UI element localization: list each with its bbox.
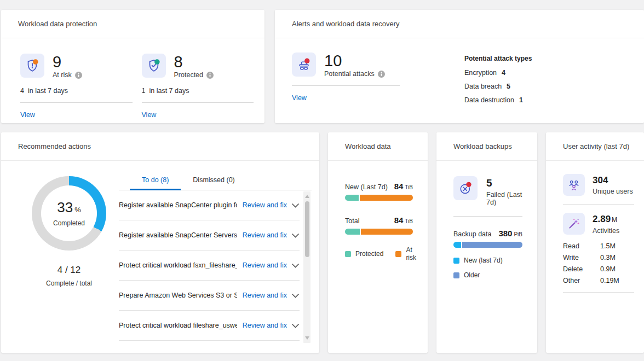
shield-check-icon (142, 54, 166, 78)
card-alerts-recovery: Alerts and workload data recovery (275, 10, 644, 123)
review-and-fix-button[interactable]: Review and fix (243, 292, 300, 299)
card-body: 10 Potential attacks View P (275, 38, 644, 123)
info-icon[interactable] (75, 72, 82, 79)
donut-center: 33% Completed (41, 185, 97, 241)
bar-label: Backup data (453, 230, 492, 238)
attack-type-value: 4 (502, 69, 505, 77)
donut-percent: 33% (57, 200, 81, 217)
divider (453, 216, 522, 217)
legend-label: At risk (406, 246, 416, 261)
review-and-fix-button[interactable]: Review and fix (243, 322, 300, 329)
scrollbar-thumb[interactable] (305, 201, 309, 257)
stat-text: 5 Failed (Last 7d) (486, 176, 522, 206)
dashboard-page: Workload data protection (0, 0, 644, 361)
new-swatch (453, 258, 459, 264)
actions-tabs: To do (8) Dismissed (0) (119, 173, 312, 190)
breakdown-row: Write 0.3M (563, 254, 640, 261)
attack-type-value: 5 (507, 83, 510, 90)
info-icon[interactable] (206, 72, 214, 79)
complete-ratio-caption: Complete / total (46, 280, 92, 287)
action-row: Prepare Amazon Web Services S3 or Storag… (119, 281, 300, 311)
attack-types-panel: Potential attack types Encryption 4 Data… (464, 53, 532, 123)
tab-dismissed[interactable]: Dismissed (0) (181, 173, 246, 190)
top-row: Workload data protection (0, 10, 644, 123)
review-and-fix-button[interactable]: Review and fix (243, 231, 300, 239)
tab-todo[interactable]: To do (8) (130, 173, 181, 190)
protected-sub: 1in last 7 days (142, 87, 254, 95)
completion-summary: 33% Completed 4 / 12 Complete / total (19, 173, 119, 353)
sub-value: 4 (20, 87, 24, 95)
stat-text: 8 Protected (174, 54, 214, 79)
bar-value: 84TiB (394, 182, 413, 191)
card-workload-data: Workload data New (Last 7d) 84TiB Total (328, 132, 428, 353)
stat-head: 10 Potential attacks (292, 53, 464, 78)
activities-value: 2.89 (593, 214, 611, 224)
at-risk-view-link[interactable]: View (20, 111, 35, 119)
bar-value-number: 380 (498, 229, 512, 238)
at-risk-segment (360, 195, 413, 201)
sub-label: in last 7 days (28, 87, 68, 95)
breakdown-row: Other 0.19M (563, 277, 640, 284)
breakdown-row: Read 1.5M (563, 242, 640, 250)
card-body: 9 At risk 4in last 7 days (1, 38, 264, 123)
protection-bar (345, 195, 413, 201)
new-backups-segment (453, 242, 461, 248)
action-text: Protect critical workload fsxn_fileshare… (119, 261, 237, 269)
attack-type-row: Data destruction 1 (464, 96, 532, 104)
at-risk-stat: 9 At risk 4in last 7 days (20, 54, 133, 123)
complete-ratio: 4 / 12 (58, 265, 81, 276)
scroll-up-arrow[interactable] (303, 193, 311, 200)
scroll-down-arrow[interactable] (303, 334, 311, 342)
card-header: Workload backups (436, 132, 537, 161)
legend-item-at-risk: At risk (395, 246, 416, 261)
card-title: Workload data protection (18, 20, 97, 28)
failed-backup-icon (453, 176, 478, 200)
bar-label: New (Last 7d) (345, 183, 388, 191)
action-row: Register available SnapCenter plugin for… (119, 190, 300, 220)
review-and-fix-button[interactable]: Review and fix (243, 261, 300, 269)
breakdown-row: Delete 0.9M (563, 265, 640, 273)
info-icon[interactable] (378, 71, 385, 78)
breakdown-label: Write (563, 254, 600, 261)
divider (563, 292, 634, 293)
alerts-view-link[interactable]: View (292, 94, 307, 102)
potential-attacks-stat: 10 Potential attacks View (292, 53, 464, 123)
review-and-fix-button[interactable]: Review and fix (243, 201, 300, 209)
card-header: Workload data protection (1, 10, 264, 38)
protected-view-link[interactable]: View (142, 111, 157, 119)
card-body: New (Last 7d) 84TiB Total 84TiB (328, 161, 428, 353)
protected-label: Protected (174, 71, 204, 79)
donut-caption: Completed (53, 219, 85, 227)
bar-value-unit: PiB (514, 231, 522, 237)
protected-swatch (345, 251, 351, 257)
attack-type-row: Data breach 5 (464, 83, 532, 90)
sub-value: 1 (142, 87, 146, 95)
breakdown-value: 1.5M (600, 242, 616, 250)
action-row: Protect critical workload fileshare_uswe… (119, 311, 300, 341)
action-text: Register available SnapCenter Servers wi… (119, 231, 237, 239)
activity-breakdown: Read 1.5M Write 0.3M Delete 0.9M Other 0… (563, 242, 640, 284)
protection-legend: Protected At risk (345, 246, 413, 261)
legend-item-protected: Protected (345, 246, 383, 261)
unique-users-label: Unique users (593, 188, 633, 195)
chevron-down-icon (291, 233, 300, 238)
legend-item-new: New (last 7d) (453, 257, 522, 264)
attack-type-label: Data destruction (464, 96, 514, 104)
stat-text: 9 At risk (53, 54, 82, 79)
card-recommended-actions: Recommended actions 33% Completed 4 / 12… (1, 132, 319, 353)
card-header: Recommended actions (1, 132, 319, 161)
at-risk-swatch (395, 251, 401, 257)
card-title: Alerts and workload data recovery (292, 20, 400, 28)
stat-head: 8 Protected (142, 54, 254, 79)
donut-percent-value: 33 (57, 199, 73, 216)
card-body: 33% Completed 4 / 12 Complete / total To… (1, 161, 319, 353)
at-risk-sub: 4in last 7 days (20, 87, 133, 95)
bar-label: Total (345, 217, 359, 225)
activities-unit: M (612, 216, 617, 224)
scrollbar[interactable] (303, 191, 311, 343)
breakdown-label: Delete (563, 265, 600, 273)
card-header: Workload data (328, 132, 428, 161)
stat-text: 10 Potential attacks (324, 53, 385, 78)
card-title: Workload data (345, 142, 391, 150)
shield-alert-icon (20, 54, 44, 78)
